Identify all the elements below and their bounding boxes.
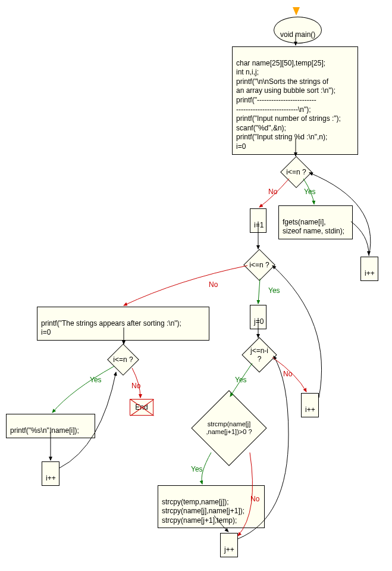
- cond1-yes-label: Yes: [304, 188, 316, 196]
- ipp1-label: i++: [365, 269, 375, 277]
- swap-label: strcpy(temp,name[j]); strcpy(name[j],nam…: [162, 498, 244, 525]
- ipp1-node: i++: [360, 257, 378, 281]
- cond4-node: strcmp(name[j] ,name[j+1])>0 ?: [191, 390, 266, 466]
- jpp-node: j++: [220, 533, 238, 557]
- cond1-node: i<=n ?: [280, 156, 312, 188]
- cond5-label: i<=n ?: [113, 355, 133, 364]
- iset1-label: i=1: [254, 221, 264, 229]
- fgets-node: fgets(name[i], sizeof name, stdin);: [278, 205, 353, 239]
- printhdr-node: printf("The strings appears after sortin…: [37, 307, 209, 341]
- cond4-no-label: No: [250, 495, 259, 503]
- cond2-label: i<=n ?: [249, 261, 269, 269]
- ipp3-node: i++: [42, 461, 59, 486]
- start-label: void main(): [280, 30, 315, 39]
- cond1-no-label: No: [268, 188, 277, 196]
- prints-node: printf("%s\n",name[i]);: [6, 414, 95, 438]
- jpp-label: j++: [224, 545, 234, 554]
- cond4-yes-label: Yes: [191, 465, 203, 473]
- iset1-node: i=1: [250, 208, 266, 233]
- fgets-label: fgets(name[i], sizeof name, stdin);: [283, 218, 344, 236]
- cond2-no-label: No: [209, 280, 218, 289]
- cond3-yes-label: Yes: [235, 376, 247, 384]
- prints-label: printf("%s\n",name[i]);: [10, 426, 79, 435]
- jset0-label: j=0: [254, 317, 264, 326]
- cond5-yes-label: Yes: [90, 376, 102, 384]
- cond2-node: i<=n ?: [243, 249, 275, 281]
- cond5-node: i<=n ?: [107, 344, 139, 376]
- cond3-node: j<=n-i ?: [242, 337, 277, 372]
- swap-node: strcpy(temp,name[j]); strcpy(name[j],nam…: [158, 485, 265, 528]
- cond3-label: j<=n-i ?: [247, 347, 271, 364]
- ipp2-node: i++: [301, 393, 319, 417]
- cond4-label: strcmp(name[j] ,name[j+1])>0 ?: [203, 420, 255, 436]
- printhdr-label: printf("The strings appears after sortin…: [41, 319, 181, 337]
- init-node: char name[25][50],temp[25]; int n,i,j; p…: [232, 46, 358, 155]
- entry-arrow: [293, 7, 300, 15]
- cond5-no-label: No: [131, 382, 140, 390]
- jset0-node: j=0: [250, 305, 266, 329]
- start-node: void main(): [274, 17, 322, 43]
- cond2-yes-label: Yes: [268, 286, 280, 295]
- cond3-no-label: No: [283, 370, 292, 378]
- ipp3-label: i++: [46, 474, 56, 482]
- end-label: End: [135, 403, 148, 411]
- init-label: char name[25][50],temp[25]; int n,i,j; p…: [236, 59, 341, 151]
- cond1-label: i<=n ?: [286, 168, 306, 176]
- ipp2-label: i++: [305, 405, 315, 414]
- end-node: End: [130, 399, 153, 416]
